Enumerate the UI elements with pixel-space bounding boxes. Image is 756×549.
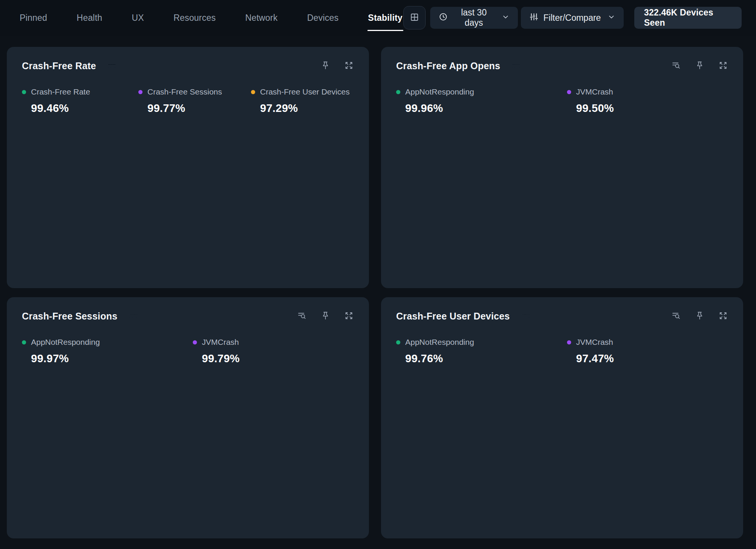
svg-text:20%: 20% (108, 66, 108, 67)
chart-panel: Crash-Free App Opens 100%80%60%40%20%0%S… (381, 47, 743, 288)
legend-dot (193, 340, 197, 344)
legend-value: 97.47% (576, 352, 728, 365)
legend-item[interactable]: Crash-Free User Devices97.29% (251, 87, 354, 115)
legend-item[interactable]: Crash-Free Rate99.46% (22, 87, 138, 115)
expand-button[interactable] (718, 60, 728, 71)
info-icon[interactable]: 100%80%60%40%20%0%Sep 07Sep 14Sep 21Sep … (521, 312, 530, 321)
panel-title: Crash-Free Rate (22, 60, 96, 71)
svg-text:60%: 60% (108, 65, 108, 65)
svg-text:Sep 07: Sep 07 (513, 67, 514, 68)
devices-seen-badge: 322.46K Devices Seen (634, 7, 742, 29)
panel-actions (671, 60, 728, 71)
legend-dot (396, 340, 400, 344)
svg-text:100%: 100% (511, 64, 512, 64)
legend-value: 99.96% (405, 102, 567, 115)
svg-text:Sep 28: Sep 28 (115, 67, 116, 68)
legend-label: Crash-Free Rate (31, 87, 90, 96)
pin-icon (321, 60, 330, 71)
sliders-icon (529, 12, 539, 24)
legend-value: 99.46% (31, 102, 138, 115)
svg-text:100%: 100% (521, 314, 522, 315)
legend-item[interactable]: AppNotResponding99.96% (396, 87, 567, 115)
list-search-button[interactable] (297, 311, 307, 322)
legend-item[interactable]: JVMCrash99.50% (567, 87, 728, 115)
legend-label: AppNotResponding (405, 338, 474, 347)
info-icon[interactable]: 100%80%60%40%20%0%Sep 07Sep 14Sep 21Sep … (129, 312, 138, 321)
pin-button[interactable] (321, 60, 330, 71)
stability-chart[interactable] (396, 123, 728, 271)
panels-grid: Crash-Free Rate 100%80%60%40%20%0%Sep 07… (0, 36, 756, 538)
svg-text:40%: 40% (129, 316, 130, 316)
expand-icon (718, 311, 728, 322)
svg-text:Sep 14: Sep 14 (132, 318, 133, 318)
list-search-button[interactable] (671, 60, 681, 71)
legend-label: JVMCrash (576, 338, 613, 347)
chart-legend: AppNotResponding99.96%JVMCrash99.50% (396, 87, 728, 115)
clock-icon (438, 12, 448, 24)
svg-text:60%: 60% (521, 315, 522, 316)
chevron-down-icon (607, 13, 615, 23)
panel-actions (321, 60, 354, 71)
legend-item[interactable]: Crash-Free Sessions99.77% (138, 87, 251, 115)
svg-text:Sep 28: Sep 28 (528, 318, 529, 318)
legend-dot (251, 90, 255, 94)
expand-icon (344, 60, 354, 71)
legend-value: 99.77% (147, 102, 251, 115)
top-bar: PinnedHealthUXResourcesNetworkDevicesSta… (0, 0, 756, 36)
date-range-label: last 30 days (453, 8, 495, 28)
nav-tab-resources[interactable]: Resources (173, 0, 217, 36)
layout-grid-button[interactable] (403, 6, 426, 29)
legend-label: JVMCrash (202, 338, 239, 347)
svg-text:Sep 07: Sep 07 (109, 67, 110, 68)
svg-text:Sep 28: Sep 28 (136, 318, 137, 318)
legend-label: Crash-Free Sessions (147, 87, 222, 96)
nav-tab-ux[interactable]: UX (131, 0, 145, 36)
svg-text:Sep 14: Sep 14 (515, 67, 516, 68)
expand-button[interactable] (344, 60, 354, 71)
filter-compare-button[interactable]: Filter/Compare (521, 7, 624, 29)
chart-legend: AppNotResponding99.76%JVMCrash97.47% (396, 338, 728, 365)
expand-button[interactable] (344, 311, 354, 322)
nav-tab-network[interactable]: Network (245, 0, 279, 36)
stability-chart[interactable] (22, 123, 354, 271)
info-icon[interactable]: 100%80%60%40%20%0%Sep 07Sep 14Sep 21Sep … (107, 62, 116, 70)
svg-text:0%: 0% (512, 67, 512, 67)
legend-item[interactable]: JVMCrash97.47% (567, 338, 728, 365)
expand-button[interactable] (718, 311, 728, 322)
svg-text:40%: 40% (512, 66, 513, 66)
chart-panel: Crash-Free Sessions 100%80%60%40%20%0%Se… (7, 297, 369, 538)
nav-tab-health[interactable]: Health (76, 0, 103, 36)
legend-item[interactable]: AppNotResponding99.97% (22, 338, 193, 365)
svg-text:0%: 0% (129, 317, 129, 318)
pin-button[interactable] (695, 311, 705, 322)
list-search-icon (671, 311, 681, 322)
svg-text:Sep 21: Sep 21 (527, 318, 527, 318)
nav-tab-devices[interactable]: Devices (306, 0, 339, 36)
date-range-button[interactable]: last 30 days (430, 7, 518, 29)
legend-value: 97.29% (260, 102, 354, 115)
legend-label: AppNotResponding (405, 87, 474, 96)
pin-button[interactable] (321, 311, 330, 322)
pin-button[interactable] (695, 60, 705, 71)
svg-text:40%: 40% (108, 66, 108, 66)
list-search-icon (671, 60, 681, 71)
pin-icon (695, 60, 705, 71)
stability-chart[interactable] (396, 373, 728, 521)
info-icon[interactable]: 100%80%60%40%20%0%Sep 07Sep 14Sep 21Sep … (511, 62, 520, 70)
nav-tab-stability[interactable]: Stability (367, 0, 403, 36)
svg-text:0%: 0% (521, 317, 522, 318)
panel-header: Crash-Free App Opens 100%80%60%40%20%0%S… (396, 60, 728, 71)
list-search-button[interactable] (671, 311, 681, 322)
legend-value: 99.50% (576, 102, 728, 115)
legend-item[interactable]: JVMCrash99.79% (193, 338, 354, 365)
svg-text:20%: 20% (512, 66, 513, 67)
legend-item[interactable]: AppNotResponding99.76% (396, 338, 567, 365)
panel-header: Crash-Free Rate 100%80%60%40%20%0%Sep 07… (22, 60, 354, 71)
stability-chart[interactable] (22, 373, 354, 521)
chart-panel: Crash-Free Rate 100%80%60%40%20%0%Sep 07… (7, 47, 369, 288)
nav-tab-pinned[interactable]: Pinned (19, 0, 48, 36)
svg-text:80%: 80% (521, 315, 522, 315)
svg-text:Sep 21: Sep 21 (113, 67, 114, 68)
legend-dot (138, 90, 143, 94)
list-search-icon (297, 311, 307, 322)
